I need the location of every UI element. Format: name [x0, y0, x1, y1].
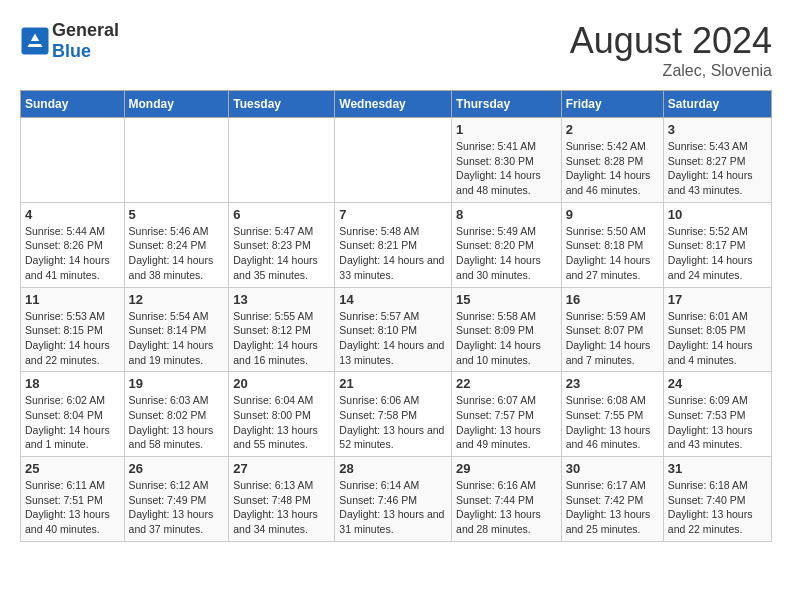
day-number: 19: [129, 376, 225, 391]
day-number: 8: [456, 207, 557, 222]
cell-info: Sunrise: 5:49 AMSunset: 8:20 PMDaylight:…: [456, 224, 557, 283]
cell-info: Sunrise: 6:01 AMSunset: 8:05 PMDaylight:…: [668, 309, 767, 368]
calendar-week-row: 11Sunrise: 5:53 AMSunset: 8:15 PMDayligh…: [21, 287, 772, 372]
day-number: 9: [566, 207, 659, 222]
calendar-cell: 16Sunrise: 5:59 AMSunset: 8:07 PMDayligh…: [561, 287, 663, 372]
logo-text-blue: Blue: [52, 41, 91, 61]
calendar-cell: 2Sunrise: 5:42 AMSunset: 8:28 PMDaylight…: [561, 118, 663, 203]
cell-info: Sunrise: 5:54 AMSunset: 8:14 PMDaylight:…: [129, 309, 225, 368]
day-number: 29: [456, 461, 557, 476]
calendar-table: SundayMondayTuesdayWednesdayThursdayFrid…: [20, 90, 772, 542]
calendar-cell: 27Sunrise: 6:13 AMSunset: 7:48 PMDayligh…: [229, 457, 335, 542]
day-of-week-header: Monday: [124, 91, 229, 118]
calendar-week-row: 4Sunrise: 5:44 AMSunset: 8:26 PMDaylight…: [21, 202, 772, 287]
logo: General Blue: [20, 20, 119, 62]
day-number: 21: [339, 376, 447, 391]
calendar-cell: 12Sunrise: 5:54 AMSunset: 8:14 PMDayligh…: [124, 287, 229, 372]
cell-info: Sunrise: 6:03 AMSunset: 8:02 PMDaylight:…: [129, 393, 225, 452]
calendar-cell: 8Sunrise: 5:49 AMSunset: 8:20 PMDaylight…: [452, 202, 562, 287]
cell-info: Sunrise: 5:41 AMSunset: 8:30 PMDaylight:…: [456, 139, 557, 198]
cell-info: Sunrise: 6:16 AMSunset: 7:44 PMDaylight:…: [456, 478, 557, 537]
title-block: August 2024 Zalec, Slovenia: [570, 20, 772, 80]
day-number: 5: [129, 207, 225, 222]
cell-info: Sunrise: 5:48 AMSunset: 8:21 PMDaylight:…: [339, 224, 447, 283]
calendar-cell: 26Sunrise: 6:12 AMSunset: 7:49 PMDayligh…: [124, 457, 229, 542]
calendar-cell: 23Sunrise: 6:08 AMSunset: 7:55 PMDayligh…: [561, 372, 663, 457]
day-number: 25: [25, 461, 120, 476]
calendar-cell: 4Sunrise: 5:44 AMSunset: 8:26 PMDaylight…: [21, 202, 125, 287]
cell-info: Sunrise: 6:04 AMSunset: 8:00 PMDaylight:…: [233, 393, 330, 452]
calendar-cell: 20Sunrise: 6:04 AMSunset: 8:00 PMDayligh…: [229, 372, 335, 457]
cell-info: Sunrise: 6:11 AMSunset: 7:51 PMDaylight:…: [25, 478, 120, 537]
day-number: 18: [25, 376, 120, 391]
calendar-cell: 24Sunrise: 6:09 AMSunset: 7:53 PMDayligh…: [663, 372, 771, 457]
cell-info: Sunrise: 6:14 AMSunset: 7:46 PMDaylight:…: [339, 478, 447, 537]
day-of-week-header: Tuesday: [229, 91, 335, 118]
cell-info: Sunrise: 5:43 AMSunset: 8:27 PMDaylight:…: [668, 139, 767, 198]
cell-info: Sunrise: 5:55 AMSunset: 8:12 PMDaylight:…: [233, 309, 330, 368]
calendar-cell: 21Sunrise: 6:06 AMSunset: 7:58 PMDayligh…: [335, 372, 452, 457]
cell-info: Sunrise: 5:47 AMSunset: 8:23 PMDaylight:…: [233, 224, 330, 283]
calendar-cell: 28Sunrise: 6:14 AMSunset: 7:46 PMDayligh…: [335, 457, 452, 542]
day-number: 16: [566, 292, 659, 307]
cell-info: Sunrise: 5:57 AMSunset: 8:10 PMDaylight:…: [339, 309, 447, 368]
day-number: 31: [668, 461, 767, 476]
cell-info: Sunrise: 6:06 AMSunset: 7:58 PMDaylight:…: [339, 393, 447, 452]
day-number: 15: [456, 292, 557, 307]
cell-info: Sunrise: 5:42 AMSunset: 8:28 PMDaylight:…: [566, 139, 659, 198]
cell-info: Sunrise: 6:17 AMSunset: 7:42 PMDaylight:…: [566, 478, 659, 537]
cell-info: Sunrise: 6:18 AMSunset: 7:40 PMDaylight:…: [668, 478, 767, 537]
page-header: General Blue August 2024 Zalec, Slovenia: [20, 20, 772, 80]
calendar-week-row: 18Sunrise: 6:02 AMSunset: 8:04 PMDayligh…: [21, 372, 772, 457]
calendar-cell: 3Sunrise: 5:43 AMSunset: 8:27 PMDaylight…: [663, 118, 771, 203]
calendar-cell: 19Sunrise: 6:03 AMSunset: 8:02 PMDayligh…: [124, 372, 229, 457]
cell-info: Sunrise: 6:08 AMSunset: 7:55 PMDaylight:…: [566, 393, 659, 452]
calendar-header-row: SundayMondayTuesdayWednesdayThursdayFrid…: [21, 91, 772, 118]
calendar-cell: 10Sunrise: 5:52 AMSunset: 8:17 PMDayligh…: [663, 202, 771, 287]
calendar-cell: 31Sunrise: 6:18 AMSunset: 7:40 PMDayligh…: [663, 457, 771, 542]
cell-info: Sunrise: 6:07 AMSunset: 7:57 PMDaylight:…: [456, 393, 557, 452]
calendar-week-row: 1Sunrise: 5:41 AMSunset: 8:30 PMDaylight…: [21, 118, 772, 203]
calendar-cell: 18Sunrise: 6:02 AMSunset: 8:04 PMDayligh…: [21, 372, 125, 457]
calendar-cell: 13Sunrise: 5:55 AMSunset: 8:12 PMDayligh…: [229, 287, 335, 372]
day-number: 17: [668, 292, 767, 307]
cell-info: Sunrise: 5:52 AMSunset: 8:17 PMDaylight:…: [668, 224, 767, 283]
calendar-week-row: 25Sunrise: 6:11 AMSunset: 7:51 PMDayligh…: [21, 457, 772, 542]
day-number: 27: [233, 461, 330, 476]
calendar-cell: 14Sunrise: 5:57 AMSunset: 8:10 PMDayligh…: [335, 287, 452, 372]
day-number: 2: [566, 122, 659, 137]
calendar-cell: 29Sunrise: 6:16 AMSunset: 7:44 PMDayligh…: [452, 457, 562, 542]
day-number: 13: [233, 292, 330, 307]
cell-info: Sunrise: 6:09 AMSunset: 7:53 PMDaylight:…: [668, 393, 767, 452]
cell-info: Sunrise: 5:44 AMSunset: 8:26 PMDaylight:…: [25, 224, 120, 283]
day-number: 22: [456, 376, 557, 391]
day-number: 7: [339, 207, 447, 222]
calendar-cell: 1Sunrise: 5:41 AMSunset: 8:30 PMDaylight…: [452, 118, 562, 203]
cell-info: Sunrise: 5:58 AMSunset: 8:09 PMDaylight:…: [456, 309, 557, 368]
calendar-cell: [124, 118, 229, 203]
logo-icon: [20, 26, 50, 56]
day-number: 6: [233, 207, 330, 222]
day-number: 4: [25, 207, 120, 222]
cell-info: Sunrise: 5:53 AMSunset: 8:15 PMDaylight:…: [25, 309, 120, 368]
subtitle: Zalec, Slovenia: [570, 62, 772, 80]
calendar-cell: 9Sunrise: 5:50 AMSunset: 8:18 PMDaylight…: [561, 202, 663, 287]
day-number: 14: [339, 292, 447, 307]
calendar-cell: 22Sunrise: 6:07 AMSunset: 7:57 PMDayligh…: [452, 372, 562, 457]
calendar-cell: 11Sunrise: 5:53 AMSunset: 8:15 PMDayligh…: [21, 287, 125, 372]
day-of-week-header: Wednesday: [335, 91, 452, 118]
calendar-cell: [21, 118, 125, 203]
day-number: 30: [566, 461, 659, 476]
day-number: 1: [456, 122, 557, 137]
calendar-cell: 30Sunrise: 6:17 AMSunset: 7:42 PMDayligh…: [561, 457, 663, 542]
day-number: 11: [25, 292, 120, 307]
cell-info: Sunrise: 5:46 AMSunset: 8:24 PMDaylight:…: [129, 224, 225, 283]
day-number: 10: [668, 207, 767, 222]
calendar-cell: 17Sunrise: 6:01 AMSunset: 8:05 PMDayligh…: [663, 287, 771, 372]
day-number: 26: [129, 461, 225, 476]
cell-info: Sunrise: 6:12 AMSunset: 7:49 PMDaylight:…: [129, 478, 225, 537]
day-number: 23: [566, 376, 659, 391]
main-title: August 2024: [570, 20, 772, 62]
day-number: 3: [668, 122, 767, 137]
cell-info: Sunrise: 6:13 AMSunset: 7:48 PMDaylight:…: [233, 478, 330, 537]
